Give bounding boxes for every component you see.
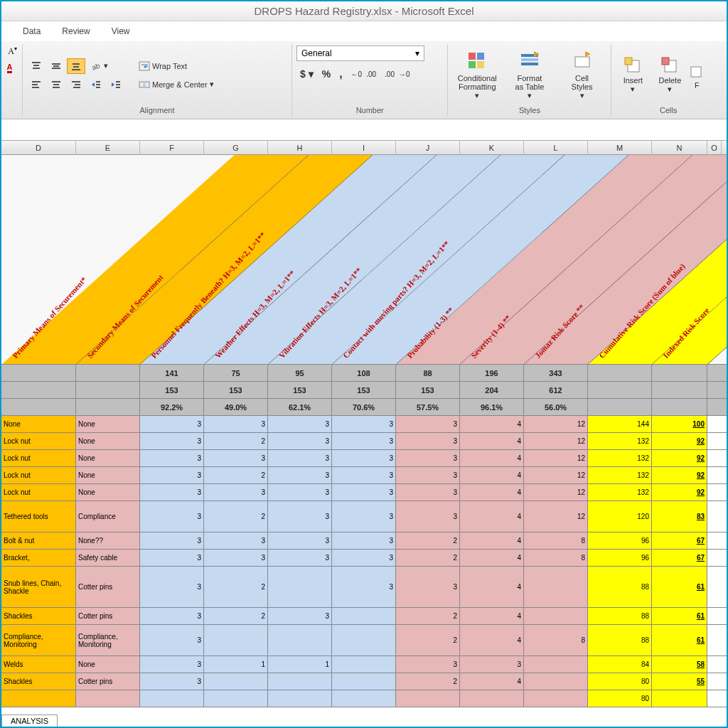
table-cell[interactable]	[524, 656, 588, 673]
table-cell[interactable]: 3	[268, 450, 332, 466]
table-cell[interactable]: 88	[588, 567, 652, 607]
table-cell[interactable]: Compliance, Monitoring	[76, 625, 140, 655]
table-cell[interactable]: 4	[460, 608, 524, 624]
table-cell[interactable]	[524, 567, 588, 607]
table-cell[interactable]: 3	[396, 501, 460, 532]
table-cell[interactable]: Lock nut	[1, 484, 76, 500]
table-cell[interactable]: 2	[396, 673, 460, 690]
format-button[interactable]: F	[690, 48, 704, 102]
table-cell[interactable]: None	[76, 656, 140, 673]
summary-cell[interactable]: 153	[204, 382, 268, 398]
summary-cell[interactable]: 153	[268, 382, 332, 398]
format-as-table-button[interactable]: Format as Table ▾	[505, 48, 555, 102]
summary-cell[interactable]: 56.0%	[524, 399, 588, 415]
table-cell[interactable]: Shackles	[1, 673, 76, 690]
table-cell[interactable]: 3	[396, 416, 460, 432]
summary-cell[interactable]: 96.1%	[460, 399, 524, 415]
col-header-E[interactable]: E	[76, 141, 140, 154]
table-cell[interactable]	[268, 625, 332, 655]
summary-cell[interactable]: 75	[204, 365, 268, 381]
table-cell[interactable]: 80	[588, 690, 652, 707]
table-cell[interactable]: 3	[268, 550, 332, 566]
col-header-F[interactable]: F	[140, 141, 204, 154]
table-cell[interactable]: 1	[268, 656, 332, 673]
table-cell[interactable]: Lock nut	[1, 433, 76, 449]
table-cell[interactable]: 3	[140, 433, 204, 449]
table-cell[interactable]: 3	[332, 484, 396, 500]
table-cell[interactable]: 4	[460, 625, 524, 655]
orientation-icon[interactable]: ab▾	[87, 58, 112, 74]
table-cell[interactable]: 92	[652, 450, 707, 466]
summary-cell[interactable]: 57.5%	[396, 399, 460, 415]
table-cell[interactable]: 132	[588, 484, 652, 500]
table-cell[interactable]: 83	[652, 501, 707, 532]
delete-button[interactable]: Delete ▾	[653, 48, 687, 102]
wrap-text-button[interactable]: Wrap Text	[135, 58, 218, 74]
table-cell[interactable]: Tethered tools	[1, 501, 76, 532]
table-cell[interactable]: None??	[76, 532, 140, 549]
table-cell[interactable]: 3	[140, 467, 204, 483]
table-cell[interactable]: 2	[204, 608, 268, 624]
table-cell[interactable]	[140, 690, 204, 707]
summary-cell[interactable]: 49.0%	[204, 399, 268, 415]
table-cell[interactable]: 3	[204, 484, 268, 500]
summary-cell[interactable]	[1, 399, 76, 415]
table-cell[interactable]: 4	[460, 567, 524, 607]
table-cell[interactable]: 8	[524, 550, 588, 566]
table-cell[interactable]: 61	[652, 625, 707, 655]
table-cell[interactable]: 3	[332, 532, 396, 549]
table-cell[interactable]: 3	[332, 433, 396, 449]
table-cell[interactable]: 3	[204, 532, 268, 549]
comma-icon[interactable]: ,	[336, 65, 346, 82]
table-cell[interactable]: 3	[140, 656, 204, 673]
table-cell[interactable]	[332, 690, 396, 707]
table-cell[interactable]	[204, 673, 268, 690]
col-header-O[interactable]: O	[707, 141, 722, 154]
table-cell[interactable]: 4	[460, 467, 524, 483]
increase-indent-icon[interactable]	[107, 77, 125, 92]
summary-cell[interactable]	[1, 365, 76, 381]
table-cell[interactable]: 3	[140, 567, 204, 607]
table-cell[interactable]: 3	[268, 501, 332, 532]
table-cell[interactable]: 2	[396, 550, 460, 566]
table-cell[interactable]: 4	[460, 673, 524, 690]
summary-cell[interactable]: 153	[396, 382, 460, 398]
cell-styles-button[interactable]: Cell Styles ▾	[557, 48, 607, 102]
table-cell[interactable]: 12	[524, 467, 588, 483]
summary-cell[interactable]: 95	[268, 365, 332, 381]
table-cell[interactable]: 3	[140, 625, 204, 655]
currency-icon[interactable]: $ ▾	[296, 65, 317, 82]
table-cell[interactable]: None	[76, 484, 140, 500]
align-middle-icon[interactable]	[47, 58, 65, 74]
col-header-G[interactable]: G	[204, 141, 268, 154]
table-cell[interactable]	[332, 625, 396, 655]
table-cell[interactable]	[332, 673, 396, 690]
table-cell[interactable]: 3	[396, 450, 460, 466]
table-cell[interactable]: 1	[204, 656, 268, 673]
table-cell[interactable]: 2	[204, 567, 268, 607]
table-cell[interactable]: 61	[652, 608, 707, 624]
table-cell[interactable]: 12	[524, 450, 588, 466]
table-cell[interactable]: 3	[268, 467, 332, 483]
table-cell[interactable]: 3	[268, 608, 332, 624]
table-cell[interactable]: 4	[460, 532, 524, 549]
summary-cell[interactable]: 343	[524, 365, 588, 381]
table-cell[interactable]: 88	[588, 625, 652, 655]
table-cell[interactable]: 12	[524, 433, 588, 449]
table-cell[interactable]: 92	[652, 467, 707, 483]
table-cell[interactable]: 3	[140, 532, 204, 549]
align-left-icon[interactable]	[27, 77, 46, 92]
formula-bar[interactable]	[1, 119, 727, 141]
table-cell[interactable]: 3	[332, 550, 396, 566]
table-cell[interactable]: 3	[268, 416, 332, 432]
table-cell[interactable]	[332, 656, 396, 673]
menu-review[interactable]: Review	[62, 26, 90, 36]
table-cell[interactable]	[460, 690, 524, 707]
table-cell[interactable]: 3	[396, 467, 460, 483]
table-cell[interactable]: Cotter pins	[76, 567, 140, 607]
table-cell[interactable]: 88	[588, 608, 652, 624]
table-cell[interactable]	[524, 673, 588, 690]
table-cell[interactable]: None	[76, 467, 140, 483]
col-header-I[interactable]: I	[332, 141, 396, 154]
table-cell[interactable]: 3	[140, 501, 204, 532]
